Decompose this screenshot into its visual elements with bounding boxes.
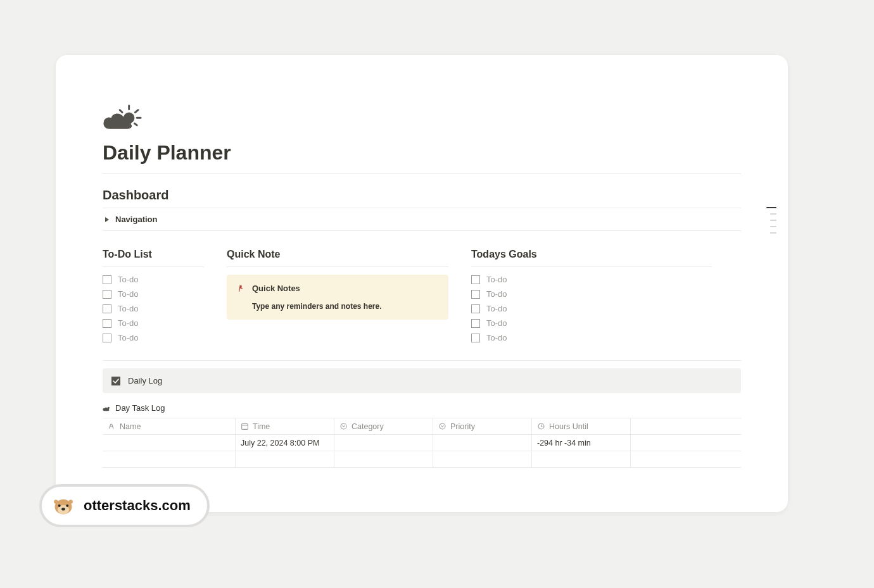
- navigation-label: Navigation: [115, 215, 157, 224]
- checkbox-icon[interactable]: [471, 275, 480, 284]
- todo-item[interactable]: To-do: [103, 275, 204, 284]
- checkbox-icon[interactable]: [471, 290, 480, 299]
- text-icon: [108, 422, 116, 430]
- column-goals: Todays Goals To-do To-do To-do: [471, 249, 712, 342]
- goal-text: To-do: [486, 333, 507, 342]
- cell-time[interactable]: July 22, 2024 8:00 PM: [236, 435, 334, 451]
- col-name-label: Name: [120, 422, 141, 431]
- checkbox-checked-icon[interactable]: [111, 377, 120, 385]
- cell-category[interactable]: [334, 451, 433, 467]
- checkbox-icon[interactable]: [471, 334, 480, 342]
- goal-item[interactable]: To-do: [471, 289, 712, 299]
- col-category[interactable]: Category: [334, 418, 433, 434]
- table-row[interactable]: [103, 451, 741, 468]
- cell-time[interactable]: [236, 451, 334, 467]
- cell-category[interactable]: [334, 435, 433, 451]
- cell-extra: [631, 435, 741, 451]
- triangle-right-icon: [105, 217, 109, 222]
- col-hours-label: Hours Until: [549, 422, 588, 431]
- cell-priority[interactable]: [433, 435, 532, 451]
- svg-point-17: [61, 508, 65, 510]
- svg-line-3: [134, 123, 137, 125]
- svg-line-1: [135, 110, 138, 113]
- checkbox-icon[interactable]: [103, 275, 111, 284]
- goal-text: To-do: [486, 275, 507, 284]
- col-hours-until[interactable]: Hours Until: [532, 418, 631, 434]
- app-window: Daily Planner Dashboard Navigation To-Do…: [56, 55, 788, 512]
- svg-point-15: [58, 504, 61, 507]
- quick-note-callout[interactable]: Quick Notes Type any reminders and notes…: [227, 275, 448, 320]
- quick-note-body[interactable]: Type any reminders and notes here.: [237, 302, 438, 311]
- weather-mini-icon: [103, 404, 111, 413]
- todo-text: To-do: [118, 275, 139, 284]
- quick-note-title: Quick Notes: [252, 284, 300, 293]
- calendar-icon: [241, 422, 249, 430]
- weather-icon[interactable]: [103, 104, 142, 131]
- svg-point-10: [341, 423, 346, 429]
- checkbox-icon[interactable]: [103, 319, 111, 328]
- watermark-text: otterstacks.com: [84, 497, 191, 514]
- goal-item[interactable]: To-do: [471, 275, 712, 284]
- checkbox-icon[interactable]: [103, 334, 111, 342]
- goal-text: To-do: [486, 304, 507, 313]
- todo-item[interactable]: To-do: [103, 289, 204, 299]
- divider: [103, 360, 741, 361]
- section-dashboard: Dashboard: [103, 188, 741, 203]
- todo-item[interactable]: To-do: [103, 304, 204, 313]
- daily-log-label: Daily Log: [128, 376, 162, 385]
- col-time-label: Time: [253, 422, 270, 431]
- goal-text: To-do: [486, 289, 507, 299]
- cell-name[interactable]: [103, 435, 236, 451]
- col-name[interactable]: Name: [103, 418, 236, 434]
- cell-hours-until[interactable]: -294 hr -34 min: [532, 435, 631, 451]
- clock-icon: [537, 422, 545, 430]
- goal-text: To-do: [486, 318, 507, 328]
- goal-item[interactable]: To-do: [471, 318, 712, 328]
- table-row[interactable]: July 22, 2024 8:00 PM -294 hr -34 min: [103, 435, 741, 451]
- goal-item[interactable]: To-do: [471, 333, 712, 342]
- col-time[interactable]: Time: [236, 418, 334, 434]
- checkbox-icon[interactable]: [103, 304, 111, 313]
- checkbox-icon[interactable]: [103, 290, 111, 299]
- svg-line-4: [120, 110, 122, 113]
- goal-item[interactable]: To-do: [471, 304, 712, 313]
- col-priority-label: Priority: [450, 422, 475, 431]
- watermark-badge[interactable]: otterstacks.com: [39, 484, 210, 527]
- table-header-row: Name Time Category Priority: [103, 418, 741, 435]
- todo-text: To-do: [118, 304, 139, 313]
- pin-icon: [235, 282, 247, 294]
- cell-hours-until[interactable]: [532, 451, 631, 467]
- navigation-toggle[interactable]: Navigation: [103, 208, 741, 231]
- cell-priority[interactable]: [433, 451, 532, 467]
- svg-rect-8: [242, 423, 248, 429]
- database-title-row[interactable]: Day Task Log: [103, 403, 741, 413]
- cell-extra: [631, 451, 741, 467]
- todo-text: To-do: [118, 318, 139, 328]
- col-priority[interactable]: Priority: [433, 418, 532, 434]
- todo-heading: To-Do List: [103, 249, 204, 267]
- checkbox-icon[interactable]: [471, 319, 480, 328]
- day-task-log-table: Name Time Category Priority: [103, 418, 741, 468]
- todo-item[interactable]: To-do: [103, 318, 204, 328]
- daily-log-bar[interactable]: Daily Log: [103, 368, 741, 393]
- svg-point-11: [440, 423, 445, 429]
- column-todo: To-Do List To-do To-do To-do: [103, 249, 204, 342]
- quick-note-heading: Quick Note: [227, 249, 448, 267]
- database-title: Day Task Log: [115, 403, 165, 413]
- select-icon: [339, 422, 348, 430]
- todo-item[interactable]: To-do: [103, 333, 204, 342]
- goals-heading: Todays Goals: [471, 249, 712, 267]
- todo-text: To-do: [118, 289, 139, 299]
- svg-line-6: [238, 288, 241, 291]
- column-quick-note: Quick Note Quick Notes Type any reminder…: [227, 249, 448, 320]
- svg-point-18: [54, 500, 58, 504]
- todo-text: To-do: [118, 333, 139, 342]
- checkbox-icon[interactable]: [471, 304, 480, 313]
- svg-point-16: [66, 504, 68, 507]
- otter-icon: [52, 494, 75, 517]
- col-extra: [631, 418, 741, 434]
- svg-point-19: [69, 500, 73, 504]
- divider: [103, 173, 741, 174]
- cell-name[interactable]: [103, 451, 236, 467]
- col-category-label: Category: [352, 422, 384, 431]
